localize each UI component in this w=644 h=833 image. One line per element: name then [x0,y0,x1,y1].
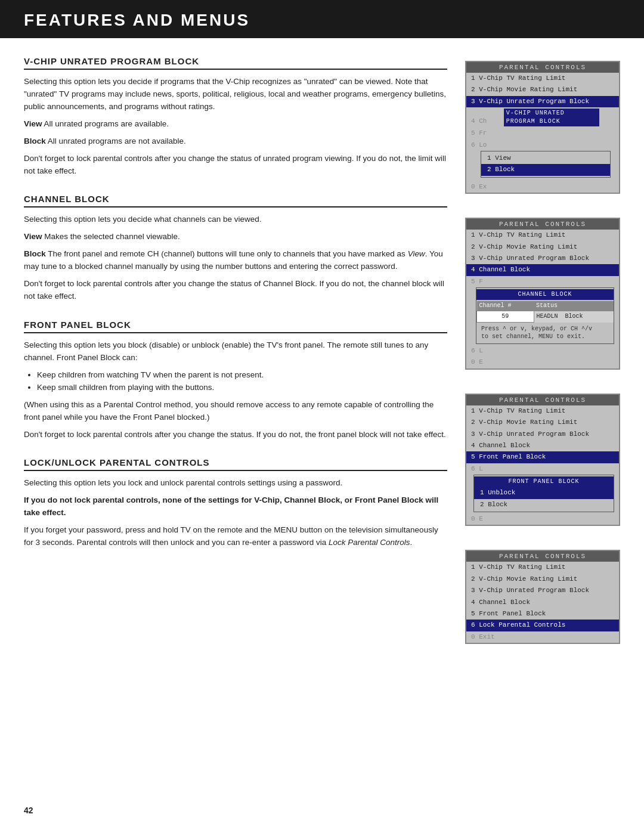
tv-menu-item-2: 2 V-Chip Movie Rating Limit [466,84,619,95]
section-vchip-title: V-CHIP UNRATED PROGRAM BLOCK [24,56,447,70]
vchip-block: Block All unrated programs are not avail… [24,135,447,148]
page-number: 42 [24,806,33,815]
channel-view-label: View [24,232,42,241]
tv-panel-vchip-menu: 1 V-Chip TV Rating Limit 2 V-Chip Movie … [466,73,619,193]
tv-channel-item-6: 6 L [466,345,619,357]
tv-panel-lock-menu: 1 V-Chip TV Rating Limit 2 V-Chip Movie … [466,562,619,643]
channel-col-header-1: Channel # [477,301,534,311]
tv-panel-channel-header: PARENTAL CONTROLS [466,219,619,230]
channel-table: Channel # Status 59 HEADLN Block [476,301,614,323]
tv-lock-item-5: 5 Front Panel Block [466,608,619,620]
section-vchip: V-CHIP UNRATED PROGRAM BLOCK Selecting t… [24,56,447,177]
front-panel-bullets: Keep children from watching TV when the … [37,369,447,394]
front-panel-note2: (When using this as a Parental Control m… [24,399,447,424]
tv-lock-item-3: 3 V-Chip Unrated Program Block [466,585,619,596]
tv-front-unblock: 1 Unblock [474,487,614,498]
tv-menu-item-5: 5 Fr [466,128,619,139]
tv-channel-item-3: 3 V-Chip Unrated Program Block [466,253,619,264]
front-panel-bullet-2: Keep small children from playing with th… [37,382,447,394]
channel-num: 59 [477,311,534,323]
tv-vchip-submenu: 1 View 2 Block [481,151,611,178]
tv-channel-item-0: 0 E [466,357,619,368]
channel-press-note: Press ^ or v, keypad, or CH ^/vto set ch… [476,324,614,342]
tv-vchip-view: 1 View [481,153,610,164]
tv-panel-lock: PARENTAL CONTROLS 1 V-Chip TV Rating Lim… [465,550,620,644]
left-column: V-CHIP UNRATED PROGRAM BLOCK Selecting t… [24,56,447,657]
lock-warning: If you do not lock parental controls, no… [24,494,447,519]
tv-panel-lock-header: PARENTAL CONTROLS [466,551,619,562]
tv-lock-item-0: 0 Exit [466,631,619,643]
vchip-view: View All unrated programs are available. [24,118,447,131]
channel-block-label: Block [24,249,46,258]
vchip-block-text: All unrated programs are not available. [48,137,186,145]
vchip-view-text: All unrated programs are available. [44,119,169,128]
tv-panel-vchip-header: PARENTAL CONTROLS [466,62,619,73]
tv-front-item-1: 1 V-Chip TV Rating Limit [466,405,619,417]
tv-menu-item-4: 4 Ch V-CHIP UNRATED PROGRAM BLOCK [466,107,619,128]
vchip-intro: Selecting this option lets you decide if… [24,76,447,113]
tv-front-item-5: 5 Front Panel Block [466,451,619,463]
channel-block-desc: The front panel and remote CH (channel) … [24,249,443,271]
channel-note: Don't forget to lock parental controls a… [24,278,447,303]
front-panel-note: Don't forget to lock parental controls a… [24,429,447,441]
tv-vchip-block: 2 Block [481,164,610,175]
vchip-view-label: View [24,119,42,128]
tv-front-item-3: 3 V-Chip Unrated Program Block [466,429,619,440]
section-lock-unlock: LOCK/UNLOCK PARENTAL CONTROLS Selecting … [24,457,447,549]
tv-front-item-6: 6 L FRONT PANEL BLOCK 1 Unblock 2 Block [466,463,619,513]
tv-panel-front: PARENTAL CONTROLS 1 V-Chip TV Rating Lim… [465,394,620,527]
tv-panel-front-menu: 1 V-Chip TV Rating Limit 2 V-Chip Movie … [466,405,619,525]
channel-block-text: Block The front panel and remote CH (cha… [24,248,447,273]
section-channel-title: CHANNEL BLOCK [24,194,447,208]
section-front-panel: FRONT PANEL BLOCK Selecting this option … [24,320,447,441]
section-channel-block: CHANNEL BLOCK Selecting this option lets… [24,194,447,303]
tv-front-block: 2 Block [474,499,614,510]
vchip-note: Don't forget to lock parental controls a… [24,153,447,178]
tv-panel-channel-menu: 1 V-Chip TV Rating Limit 2 V-Chip Movie … [466,230,619,368]
front-panel-bullet-1: Keep children from watching TV when the … [37,369,447,382]
channel-status: HEADLN Block [534,311,613,323]
tv-lock-item-4: 4 Channel Block [466,597,619,608]
channel-col-header-2: Status [534,301,613,311]
page-header: FEATURES AND MENUS [0,0,644,38]
tv-channel-item-5: 5 F CHANNEL BLOCK Channel # Status 59 HE… [466,276,619,345]
channel-intro: Selecting this option lets you decide wh… [24,213,447,226]
lock-note: If you forget your password, press and h… [24,524,447,549]
channel-view-text: Makes the selected channel viewable. [44,232,179,241]
tv-panel-channel: PARENTAL CONTROLS 1 V-Chip TV Rating Lim… [465,218,620,370]
tv-panel-vchip: PARENTAL CONTROLS 1 V-Chip TV Rating Lim… [465,61,620,194]
tv-channel-item-4: 4 Channel Block [466,264,619,275]
tv-menu-item-1: 1 V-Chip TV Rating Limit [466,73,619,84]
tv-channel-item-1: 1 V-Chip TV Rating Limit [466,230,619,241]
tv-front-item-0: 0 E [466,513,619,525]
tv-lock-item-1: 1 V-Chip TV Rating Limit [466,562,619,573]
vchip-block-label: Block [24,137,46,145]
tv-lock-item-2: 2 V-Chip Movie Rating Limit [466,574,619,585]
page-content: V-CHIP UNRATED PROGRAM BLOCK Selecting t… [0,56,644,681]
tv-menu-item-3-highlighted: 3 V-Chip Unrated Program Block [466,96,619,107]
page-title: FEATURES AND MENUS [24,11,620,30]
tv-front-item-4: 4 Channel Block [466,440,619,451]
right-column: PARENTAL CONTROLS 1 V-Chip TV Rating Lim… [465,56,620,657]
lock-intro: Selecting this option lets you lock and … [24,477,447,490]
channel-view: View Makes the selected channel viewable… [24,231,447,243]
tv-lock-item-6: 6 Lock Parental Controls [466,620,619,631]
front-panel-intro: Selecting this option lets you block (di… [24,339,447,364]
tv-channel-item-2: 2 V-Chip Movie Rating Limit [466,241,619,253]
tv-front-item-2: 2 V-Chip Movie Rating Limit [466,417,619,428]
tv-menu-item-0: 0 Ex [466,181,619,193]
section-front-panel-title: FRONT PANEL BLOCK [24,320,447,333]
section-lock-title: LOCK/UNLOCK PARENTAL CONTROLS [24,457,447,471]
tv-panel-front-header: PARENTAL CONTROLS [466,395,619,405]
tv-menu-item-6: 6 Lo 1 View 2 Block [466,140,619,181]
